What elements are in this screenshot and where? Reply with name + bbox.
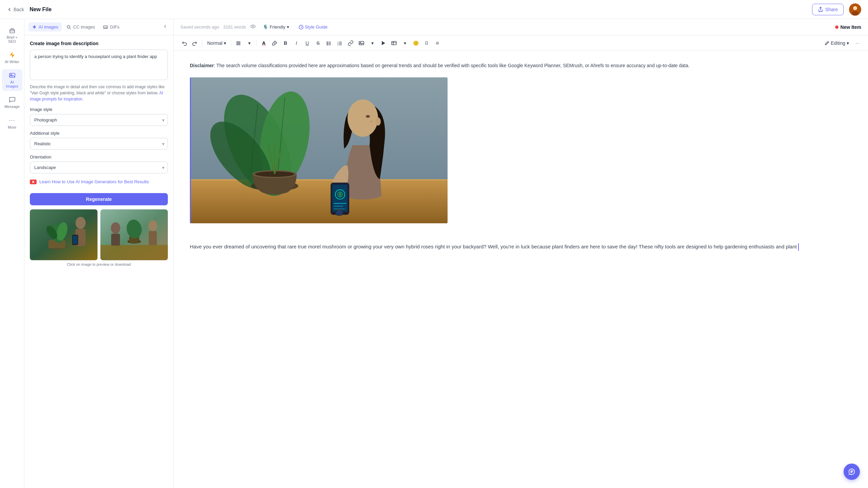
video-link-section: Learn How to Use AI Image Generators for… (30, 179, 168, 185)
pencil-icon (825, 41, 829, 45)
chat-support-button[interactable] (844, 464, 860, 480)
visibility-icon[interactable] (250, 23, 256, 31)
svg-rect-57 (190, 179, 448, 181)
gif-icon: GIF (103, 25, 108, 30)
tab-gifs-label: GIFs (110, 24, 119, 30)
style-guide-button[interactable]: Style Guide (296, 23, 330, 31)
play-button[interactable] (378, 38, 388, 48)
style-guide-icon (299, 25, 303, 30)
icon-nav: Brief + SEO AI Writer AI Images Message … (0, 19, 24, 488)
sidebar-label-ai-images: AI Images (4, 80, 20, 88)
svg-point-37 (327, 42, 328, 42)
svg-rect-76 (332, 185, 348, 212)
redo-button[interactable] (190, 38, 200, 48)
editor-topbar: Saved seconds ago 3181 words 🎙️ Friendly… (174, 19, 868, 35)
avatar-image (849, 3, 861, 16)
table-icon (391, 40, 397, 46)
eye-icon (250, 23, 256, 30)
sidebar-item-brief-seo[interactable]: Brief + SEO (2, 24, 22, 46)
align-chevron-button[interactable]: ▾ (244, 38, 254, 48)
special-chars-button[interactable]: Ω (421, 38, 432, 48)
tone-selector[interactable]: 🎙️ Friendly ▾ (260, 23, 292, 31)
tab-cc-images[interactable]: CC images (63, 22, 98, 32)
svg-rect-56 (190, 179, 448, 223)
share-button[interactable]: Share (812, 4, 844, 15)
highlight-button[interactable] (270, 38, 280, 48)
svg-text:GIF: GIF (104, 26, 107, 29)
tone-emoji: 🎙️ (263, 24, 268, 30)
sidebar-item-ai-writer[interactable]: AI Writer (2, 49, 22, 67)
image-insert-chevron[interactable]: ▾ (367, 38, 377, 48)
play-icon (380, 40, 386, 46)
tab-ai-images[interactable]: AI images (28, 22, 62, 32)
additional-style-label: Additional style (30, 131, 168, 136)
underline-button[interactable]: U (302, 38, 312, 48)
bullet-list-button[interactable] (324, 38, 334, 48)
editor-content[interactable]: Disclaimer: The search volume classifica… (174, 51, 868, 488)
svg-rect-52 (392, 41, 396, 45)
tab-gifs[interactable]: GIF GIFs (100, 22, 123, 32)
svg-point-16 (76, 217, 86, 229)
svg-rect-3 (10, 30, 15, 33)
sidebar-item-more[interactable]: ··· More (2, 114, 22, 132)
svg-point-69 (348, 99, 378, 137)
new-item-button[interactable]: New Item (835, 24, 861, 30)
tab-cc-images-label: CC images (73, 24, 95, 30)
numbered-list-button[interactable]: 1. 2. 3. (335, 38, 345, 48)
prompt-textarea[interactable]: a person trying to identify a houseplant… (30, 50, 168, 80)
tab-lightning-icon (32, 25, 37, 30)
new-item-label: New Item (841, 24, 861, 30)
orientation-select[interactable]: Landscape Portrait Square (30, 162, 168, 173)
sidebar-item-ai-images[interactable]: AI Images (2, 69, 22, 91)
highlight-icon (272, 40, 277, 46)
search-icon (66, 25, 71, 30)
svg-rect-80 (334, 206, 343, 207)
additional-style-select[interactable]: Realistic Cinematic Dramatic Minimalist … (30, 138, 168, 150)
share-icon (818, 7, 823, 12)
disclaimer-body: : The search volume classifications prov… (214, 63, 690, 68)
page-title: New File (29, 6, 52, 13)
font-color-button[interactable]: A (259, 38, 269, 48)
bold-button[interactable]: B (280, 38, 291, 48)
toolbar-divider-3 (256, 40, 257, 46)
svg-rect-85 (337, 209, 342, 210)
svg-point-7 (67, 25, 70, 28)
svg-line-36 (274, 42, 275, 44)
table-chevron[interactable]: ▾ (400, 38, 410, 48)
emoji-button[interactable]: 🙂 (411, 38, 421, 48)
more-options-button[interactable]: ··· (852, 38, 863, 48)
sidebar-label-ai-writer: AI Writer (5, 60, 19, 64)
thumbnail-image-2 (100, 209, 168, 260)
bullet-list-icon (326, 40, 332, 46)
undo-button[interactable] (179, 38, 189, 48)
italic-button[interactable]: I (291, 38, 301, 48)
clear-format-button[interactable]: ⊘ (432, 38, 442, 48)
svg-text:3.: 3. (337, 44, 339, 46)
image-style-select[interactable]: Photograph Illustration Vector 3D Render… (30, 114, 168, 126)
thumbnail-item-1[interactable] (30, 209, 98, 260)
plant-finder-image (190, 77, 448, 223)
svg-point-71 (366, 115, 370, 118)
panel-collapse-button[interactable] (161, 22, 169, 32)
regenerate-button[interactable]: Regenerate (30, 193, 168, 205)
article-text-content: Have you ever dreamed of uncovering that… (190, 244, 797, 249)
table-button[interactable] (389, 38, 399, 48)
video-link[interactable]: Learn How to Use AI Image Generators for… (39, 179, 149, 185)
text-style-selector[interactable]: Normal ▾ (204, 39, 229, 47)
align-button[interactable] (233, 38, 243, 48)
editing-mode-button[interactable]: Editing ▾ (822, 39, 852, 47)
format-toolbar: Normal ▾ ▾ A B I U S (174, 35, 868, 51)
thumbnail-item-2[interactable] (100, 209, 168, 260)
sidebar-item-message[interactable]: Message (2, 94, 22, 111)
redo-icon (192, 40, 198, 46)
svg-point-41 (327, 44, 328, 45)
thumbnail-grid (30, 209, 168, 260)
main-content-image (190, 77, 448, 223)
back-button[interactable]: Back (7, 7, 24, 12)
link-button[interactable] (346, 38, 356, 48)
chat-support-icon (848, 468, 855, 475)
image-insert-button[interactable] (356, 38, 367, 48)
strikethrough-button[interactable]: S (313, 38, 323, 48)
user-avatar[interactable] (849, 3, 861, 16)
svg-marker-51 (382, 41, 385, 45)
